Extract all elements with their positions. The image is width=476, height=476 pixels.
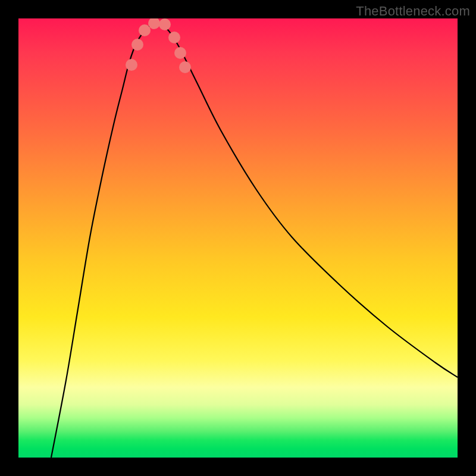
threshold-marker — [148, 18, 160, 29]
chart-svg — [18, 18, 458, 458]
threshold-marker — [126, 59, 137, 71]
threshold-marker — [179, 61, 191, 73]
threshold-marker — [168, 32, 180, 43]
threshold-markers — [126, 18, 191, 73]
watermark-text: TheBottleneck.com — [356, 4, 470, 19]
threshold-marker — [131, 39, 143, 51]
threshold-marker — [159, 18, 171, 30]
chart-plot-area — [18, 18, 458, 458]
threshold-marker — [174, 47, 186, 59]
bottleneck-curve — [51, 23, 458, 458]
threshold-marker — [139, 24, 151, 36]
